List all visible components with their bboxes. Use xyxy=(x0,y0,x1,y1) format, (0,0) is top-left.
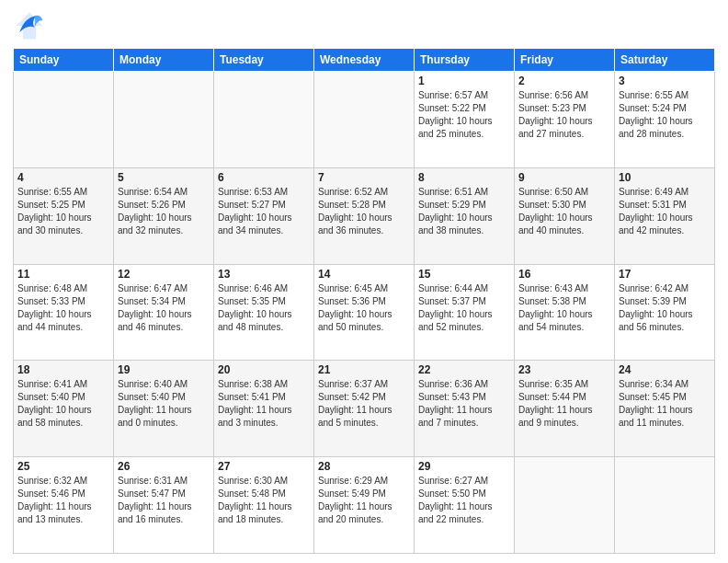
day-info: Sunrise: 6:56 AM Sunset: 5:23 PM Dayligh… xyxy=(518,89,610,141)
weekday-header: Saturday xyxy=(615,49,715,72)
calendar-cell: 6Sunrise: 6:53 AM Sunset: 5:27 PM Daylig… xyxy=(214,167,314,264)
calendar-cell: 3Sunrise: 6:55 AM Sunset: 5:24 PM Daylig… xyxy=(615,72,715,168)
day-info: Sunrise: 6:43 AM Sunset: 5:38 PM Dayligh… xyxy=(518,282,610,334)
weekday-header: Wednesday xyxy=(314,49,415,72)
calendar-cell: 17Sunrise: 6:42 AM Sunset: 5:39 PM Dayli… xyxy=(615,264,715,361)
weekday-header: Monday xyxy=(114,49,214,72)
calendar-cell: 21Sunrise: 6:37 AM Sunset: 5:42 PM Dayli… xyxy=(314,361,415,457)
day-info: Sunrise: 6:55 AM Sunset: 5:24 PM Dayligh… xyxy=(619,89,711,141)
logo xyxy=(13,9,50,42)
calendar-cell: 11Sunrise: 6:48 AM Sunset: 5:33 PM Dayli… xyxy=(14,264,114,361)
day-number: 2 xyxy=(518,75,610,87)
day-info: Sunrise: 6:53 AM Sunset: 5:27 PM Dayligh… xyxy=(218,186,310,237)
calendar-cell: 13Sunrise: 6:46 AM Sunset: 5:35 PM Dayli… xyxy=(214,264,314,361)
calendar-cell: 7Sunrise: 6:52 AM Sunset: 5:28 PM Daylig… xyxy=(314,167,415,264)
calendar-cell: 20Sunrise: 6:38 AM Sunset: 5:41 PM Dayli… xyxy=(214,361,314,457)
calendar-cell: 29Sunrise: 6:27 AM Sunset: 5:50 PM Dayli… xyxy=(415,457,515,554)
calendar-cell xyxy=(615,457,715,554)
day-info: Sunrise: 6:47 AM Sunset: 5:34 PM Dayligh… xyxy=(118,282,210,334)
calendar-cell: 10Sunrise: 6:49 AM Sunset: 5:31 PM Dayli… xyxy=(615,167,715,264)
day-info: Sunrise: 6:41 AM Sunset: 5:40 PM Dayligh… xyxy=(17,378,109,430)
day-number: 10 xyxy=(619,171,711,184)
day-number: 28 xyxy=(318,460,410,473)
day-number: 15 xyxy=(418,268,510,281)
day-info: Sunrise: 6:40 AM Sunset: 5:40 PM Dayligh… xyxy=(118,378,210,430)
day-info: Sunrise: 6:57 AM Sunset: 5:22 PM Dayligh… xyxy=(418,89,510,141)
day-info: Sunrise: 6:38 AM Sunset: 5:41 PM Dayligh… xyxy=(218,378,310,430)
calendar-cell: 2Sunrise: 6:56 AM Sunset: 5:23 PM Daylig… xyxy=(515,72,615,168)
calendar-cell: 26Sunrise: 6:31 AM Sunset: 5:47 PM Dayli… xyxy=(114,457,214,554)
calendar-cell xyxy=(515,457,615,554)
day-number: 9 xyxy=(518,171,610,184)
day-number: 8 xyxy=(418,171,510,184)
day-number: 5 xyxy=(118,171,210,184)
calendar-cell: 12Sunrise: 6:47 AM Sunset: 5:34 PM Dayli… xyxy=(114,264,214,361)
day-number: 3 xyxy=(619,75,711,87)
calendar-cell xyxy=(214,72,314,168)
day-info: Sunrise: 6:49 AM Sunset: 5:31 PM Dayligh… xyxy=(619,186,711,237)
calendar: SundayMondayTuesdayWednesdayThursdayFrid… xyxy=(13,48,715,554)
day-number: 26 xyxy=(118,460,210,473)
day-info: Sunrise: 6:29 AM Sunset: 5:49 PM Dayligh… xyxy=(318,475,410,526)
weekday-header: Sunday xyxy=(14,49,114,72)
day-number: 11 xyxy=(17,268,109,281)
day-number: 27 xyxy=(218,460,310,473)
day-info: Sunrise: 6:45 AM Sunset: 5:36 PM Dayligh… xyxy=(318,282,410,334)
day-number: 14 xyxy=(318,268,410,281)
calendar-cell: 22Sunrise: 6:36 AM Sunset: 5:43 PM Dayli… xyxy=(415,361,515,457)
day-info: Sunrise: 6:32 AM Sunset: 5:46 PM Dayligh… xyxy=(17,475,109,526)
day-info: Sunrise: 6:50 AM Sunset: 5:30 PM Dayligh… xyxy=(518,186,610,237)
weekday-header: Tuesday xyxy=(214,49,314,72)
calendar-cell xyxy=(114,72,214,168)
day-number: 18 xyxy=(17,363,109,376)
calendar-cell: 25Sunrise: 6:32 AM Sunset: 5:46 PM Dayli… xyxy=(14,457,114,554)
day-number: 4 xyxy=(17,171,109,184)
day-number: 23 xyxy=(518,363,610,376)
calendar-cell: 18Sunrise: 6:41 AM Sunset: 5:40 PM Dayli… xyxy=(14,361,114,457)
day-number: 17 xyxy=(619,268,711,281)
day-number: 22 xyxy=(418,363,510,376)
day-info: Sunrise: 6:55 AM Sunset: 5:25 PM Dayligh… xyxy=(17,186,109,237)
weekday-header: Thursday xyxy=(415,49,515,72)
calendar-cell: 27Sunrise: 6:30 AM Sunset: 5:48 PM Dayli… xyxy=(214,457,314,554)
calendar-cell xyxy=(14,72,114,168)
calendar-cell: 4Sunrise: 6:55 AM Sunset: 5:25 PM Daylig… xyxy=(14,167,114,264)
day-info: Sunrise: 6:35 AM Sunset: 5:44 PM Dayligh… xyxy=(518,378,610,430)
day-number: 21 xyxy=(318,363,410,376)
day-number: 25 xyxy=(17,460,109,473)
day-number: 1 xyxy=(418,75,510,87)
day-info: Sunrise: 6:37 AM Sunset: 5:42 PM Dayligh… xyxy=(318,378,410,430)
day-info: Sunrise: 6:34 AM Sunset: 5:45 PM Dayligh… xyxy=(619,378,711,430)
day-number: 13 xyxy=(218,268,310,281)
day-number: 16 xyxy=(518,268,610,281)
weekday-header: Friday xyxy=(515,49,615,72)
calendar-cell xyxy=(314,72,415,168)
calendar-cell: 16Sunrise: 6:43 AM Sunset: 5:38 PM Dayli… xyxy=(515,264,615,361)
calendar-cell: 19Sunrise: 6:40 AM Sunset: 5:40 PM Dayli… xyxy=(114,361,214,457)
day-info: Sunrise: 6:52 AM Sunset: 5:28 PM Dayligh… xyxy=(318,186,410,237)
calendar-cell: 1Sunrise: 6:57 AM Sunset: 5:22 PM Daylig… xyxy=(415,72,515,168)
day-number: 19 xyxy=(118,363,210,376)
calendar-cell: 5Sunrise: 6:54 AM Sunset: 5:26 PM Daylig… xyxy=(114,167,214,264)
day-number: 7 xyxy=(318,171,410,184)
day-info: Sunrise: 6:42 AM Sunset: 5:39 PM Dayligh… xyxy=(619,282,711,334)
day-info: Sunrise: 6:54 AM Sunset: 5:26 PM Dayligh… xyxy=(118,186,210,237)
day-info: Sunrise: 6:30 AM Sunset: 5:48 PM Dayligh… xyxy=(218,475,310,526)
calendar-cell: 23Sunrise: 6:35 AM Sunset: 5:44 PM Dayli… xyxy=(515,361,615,457)
day-info: Sunrise: 6:46 AM Sunset: 5:35 PM Dayligh… xyxy=(218,282,310,334)
day-info: Sunrise: 6:31 AM Sunset: 5:47 PM Dayligh… xyxy=(118,475,210,526)
calendar-cell: 28Sunrise: 6:29 AM Sunset: 5:49 PM Dayli… xyxy=(314,457,415,554)
day-number: 12 xyxy=(118,268,210,281)
day-info: Sunrise: 6:27 AM Sunset: 5:50 PM Dayligh… xyxy=(418,475,510,526)
calendar-cell: 9Sunrise: 6:50 AM Sunset: 5:30 PM Daylig… xyxy=(515,167,615,264)
calendar-cell: 14Sunrise: 6:45 AM Sunset: 5:36 PM Dayli… xyxy=(314,264,415,361)
calendar-cell: 24Sunrise: 6:34 AM Sunset: 5:45 PM Dayli… xyxy=(615,361,715,457)
day-number: 24 xyxy=(619,363,711,376)
day-number: 6 xyxy=(218,171,310,184)
day-number: 20 xyxy=(218,363,310,376)
day-number: 29 xyxy=(418,460,510,473)
day-info: Sunrise: 6:51 AM Sunset: 5:29 PM Dayligh… xyxy=(418,186,510,237)
calendar-cell: 8Sunrise: 6:51 AM Sunset: 5:29 PM Daylig… xyxy=(415,167,515,264)
day-info: Sunrise: 6:48 AM Sunset: 5:33 PM Dayligh… xyxy=(17,282,109,334)
day-info: Sunrise: 6:44 AM Sunset: 5:37 PM Dayligh… xyxy=(418,282,510,334)
